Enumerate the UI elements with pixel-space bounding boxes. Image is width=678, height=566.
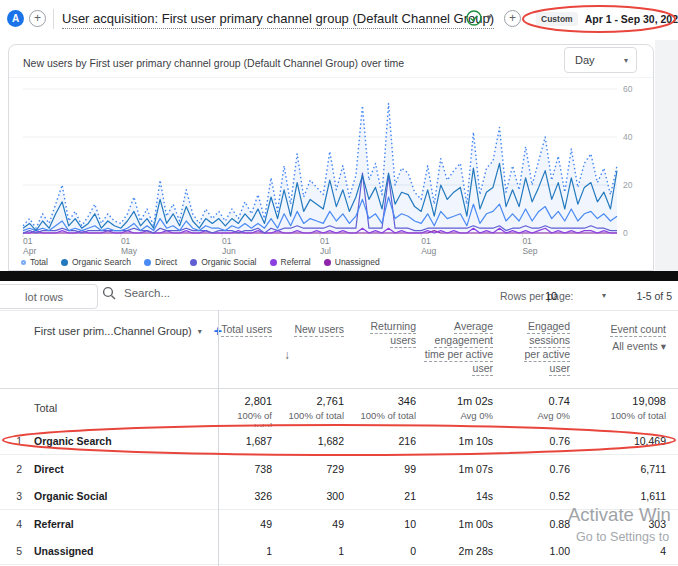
x-axis-label-day: 01 (222, 236, 232, 246)
table-search[interactable] (102, 286, 294, 300)
total-subtext: Avg 0% (416, 410, 493, 421)
row-channel-name: Unassigned (34, 545, 94, 557)
row-channel-name: Organic Social (34, 490, 108, 502)
window-divider (0, 271, 678, 281)
row-number: 3 (10, 490, 22, 502)
total-cell: 346100% of total (344, 395, 416, 421)
sort-descending-icon[interactable]: ↓ (284, 348, 290, 362)
total-value: 0.74 (493, 395, 570, 407)
chevron-down-icon[interactable]: ▾ (487, 12, 492, 22)
column-header-average-engagement[interactable]: Average engagement time per active user (416, 319, 493, 376)
ga4-user-acquisition-report: A + User acquisition: First user primary… (0, 0, 678, 566)
total-cell: 0.74Avg 0% (493, 395, 570, 421)
search-input[interactable] (124, 287, 294, 299)
rows-per-page-select[interactable]: 10 (545, 290, 557, 302)
column-divider (218, 310, 219, 566)
legend-label: Unassigned (335, 257, 380, 267)
dimension-header[interactable]: First user prim...Channel Group) ▾ + (34, 323, 222, 339)
table-total-row: Total 2,801100% of total2,761100% of tot… (0, 389, 678, 427)
granularity-select[interactable]: Day ▾ (564, 47, 637, 73)
row-value: 1,687 (218, 435, 272, 447)
row-value: 21 (344, 490, 416, 502)
column-header-returning-users[interactable]: Returning users (344, 319, 416, 348)
search-icon (102, 286, 116, 300)
total-cell: 1m 02sAvg 0% (416, 395, 493, 421)
table-row-direct[interactable]: 2Direct738729991m 07s0.766,711 (0, 455, 678, 483)
legend-swatch (270, 259, 277, 266)
row-number: 2 (10, 463, 22, 475)
dimension-header-label: First user prim...Channel Group) (34, 325, 192, 337)
column-header-engaged-sessions[interactable]: Engaged sessions per active user (493, 319, 570, 376)
row-value: 1,682 (272, 435, 344, 447)
y-axis-label: 60 (623, 84, 633, 94)
row-value: 326 (218, 490, 272, 502)
row-value: 99 (344, 463, 416, 475)
legend-swatch (21, 260, 26, 265)
total-cell: 19,098100% of total (570, 395, 666, 421)
row-channel-name: Organic Search (34, 435, 112, 447)
timeseries-chart: 604020001Apr01May01Jun01Jul01Aug01Sep (9, 77, 655, 257)
column-header-label: Engaged sessions per active user (512, 319, 570, 375)
chevron-down-icon: ▾ (624, 56, 628, 65)
date-range-picker[interactable]: Custom Apr 1 - Sep 30, 2024 (536, 9, 678, 29)
total-value: 2,761 (272, 395, 344, 407)
plot-rows-button[interactable]: lot rows (0, 284, 98, 309)
legend-swatch (190, 259, 197, 266)
page-title[interactable]: User acquisition: First user primary cha… (62, 11, 494, 29)
data-table-section: lot rows Rows per page: 10 ▾ 1-5 of 5 Fi… (0, 281, 678, 566)
account-avatar[interactable]: A (7, 10, 24, 27)
legend-item-referral: Referral (270, 257, 311, 267)
event-filter-select[interactable]: All events ▾ (570, 340, 666, 352)
add-comparison-button[interactable]: + (29, 10, 46, 27)
row-value: 0.88 (493, 518, 570, 530)
table-row-unassigned[interactable]: 5Unassigned1102m 28s1.004 (0, 537, 678, 565)
chart-title: New users by First user primary channel … (23, 57, 404, 69)
total-subtext: 100% of total (344, 410, 416, 421)
legend-item-organic-social: Organic Social (190, 257, 256, 267)
table-row-referral[interactable]: 4Referral4949101m 00s0.88303 (0, 510, 678, 538)
x-axis-label-month: Jul (320, 246, 331, 256)
y-axis-label: 0 (623, 228, 628, 238)
row-value: 1.00 (493, 545, 570, 557)
row-value: 0.76 (493, 435, 570, 447)
total-subtext: 100% of total (570, 410, 666, 421)
row-value: 1 (218, 545, 272, 557)
header-divider (53, 9, 54, 29)
table-row-organic-search[interactable]: 1Organic Search1,6871,6822161m 10s0.7610… (0, 427, 678, 455)
y-axis-label: 40 (623, 132, 633, 142)
legend-label: Direct (155, 257, 177, 267)
row-number: 4 (10, 518, 22, 530)
column-header-label: Total users (221, 322, 272, 336)
saved-check-icon[interactable] (466, 10, 482, 26)
legend-label: Total (30, 257, 48, 267)
legend-item-total: Total (21, 257, 48, 267)
x-axis-label-month: Aug (421, 246, 436, 256)
total-value: 346 (344, 395, 416, 407)
total-cell: 2,761100% of total (272, 395, 344, 421)
x-axis-label-month: Apr (23, 246, 36, 256)
legend-swatch (144, 259, 151, 266)
chevron-down-icon[interactable]: ▾ (602, 291, 606, 300)
legend-label: Organic Search (72, 257, 131, 267)
date-preset-badge: Custom (536, 12, 578, 26)
row-value: 4 (570, 545, 666, 557)
column-header-new-users[interactable]: New users (272, 319, 344, 337)
row-value: 2m 28s (416, 545, 493, 557)
row-value: 216 (344, 435, 416, 447)
add-report-button[interactable]: + (504, 10, 521, 27)
total-subtext: Avg 0% (493, 410, 570, 421)
row-value: 14s (416, 490, 493, 502)
column-header-label: Average engagement time per active user (421, 319, 493, 375)
legend-item-unassigned: Unassigned (324, 257, 380, 267)
row-value: 1m 10s (416, 435, 493, 447)
chevron-down-icon: ▾ (198, 327, 202, 336)
column-header-total-users[interactable]: Total users (218, 319, 272, 337)
date-range-text: Apr 1 - Sep 30, 2024 (585, 13, 678, 25)
row-channel-name: Direct (34, 463, 64, 475)
row-value: 49 (218, 518, 272, 530)
row-value: 6,711 (570, 463, 666, 475)
column-header-event-count[interactable]: Event countAll events ▾ (570, 319, 666, 352)
rows-per-page-label: Rows per page: (500, 290, 574, 302)
column-header-label: New users (294, 322, 344, 336)
table-row-organic-social[interactable]: 3Organic Social3263002114s0.521,611 (0, 482, 678, 510)
